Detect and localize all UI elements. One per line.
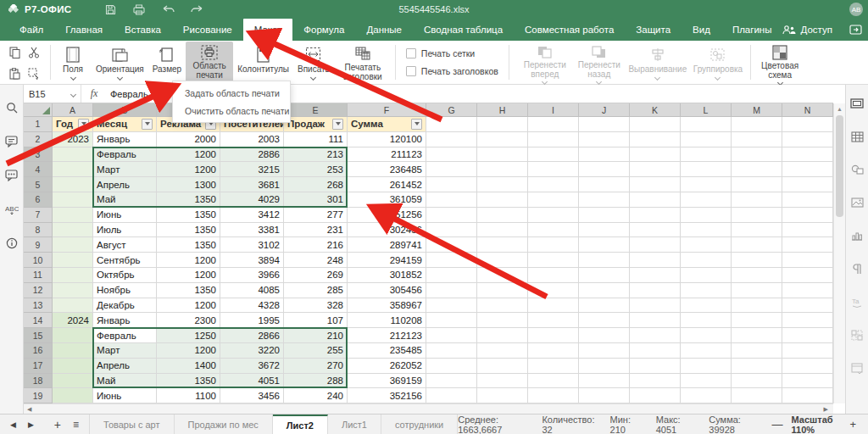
empty-cell[interactable] (579, 313, 630, 328)
empty-cell[interactable] (732, 298, 782, 314)
cut-icon[interactable] (25, 42, 43, 63)
empty-cell[interactable] (681, 328, 732, 343)
cell-C11[interactable]: 1200 (157, 268, 220, 283)
menu-tab-защита[interactable]: Защита (625, 19, 682, 41)
empty-cell[interactable] (782, 237, 833, 253)
empty-cell[interactable] (630, 283, 681, 298)
column-header-N[interactable]: N (782, 103, 833, 117)
row-header-18[interactable]: 18 (24, 374, 53, 389)
empty-cell[interactable] (579, 328, 630, 343)
empty-cell[interactable] (426, 223, 477, 238)
empty-cell[interactable] (630, 162, 681, 177)
open-location-button[interactable] (849, 25, 862, 35)
row-header-15[interactable]: 15 (24, 328, 53, 343)
empty-cell[interactable] (426, 343, 477, 359)
empty-cell[interactable] (630, 117, 681, 132)
empty-cell[interactable] (477, 237, 528, 253)
cell-F9[interactable]: 289741 (348, 237, 426, 253)
row-header-8[interactable]: 8 (24, 223, 53, 238)
empty-cell[interactable] (528, 253, 579, 268)
empty-cell[interactable] (782, 313, 833, 328)
cell-F19[interactable]: 352156 (348, 388, 426, 403)
cell-D13[interactable]: 4328 (220, 298, 284, 314)
empty-cell[interactable] (528, 237, 579, 253)
empty-cell[interactable] (630, 237, 681, 253)
cell-A18[interactable] (53, 374, 93, 389)
cell-E6[interactable]: 301 (284, 192, 348, 208)
empty-cell[interactable] (630, 268, 681, 283)
empty-cell[interactable] (579, 343, 630, 359)
cell-F10[interactable]: 294159 (348, 253, 426, 268)
empty-cell[interactable] (477, 313, 528, 328)
color-scheme-button[interactable]: Цветовая схема (754, 42, 805, 83)
empty-cell[interactable] (782, 208, 833, 223)
cell-A11[interactable] (53, 268, 93, 283)
empty-cell[interactable] (528, 313, 579, 328)
empty-cell[interactable] (630, 388, 681, 403)
empty-cell[interactable] (579, 162, 630, 177)
row-header-5[interactable]: 5 (24, 177, 53, 192)
empty-cell[interactable] (681, 162, 732, 177)
empty-cell[interactable] (477, 117, 528, 132)
cell-E17[interactable]: 270 (284, 359, 348, 374)
cell-F7[interactable]: 351256 (348, 208, 426, 223)
sheet-tab-лист1[interactable]: Лист1 (328, 415, 381, 434)
cell-C19[interactable]: 1100 (157, 388, 220, 403)
paste-icon[interactable] (5, 64, 24, 84)
undo-icon[interactable] (161, 3, 175, 15)
sheet-list-icon[interactable]: ≡ (73, 419, 79, 431)
cell-C4[interactable]: 1200 (157, 162, 220, 177)
text-art-icon[interactable]: Ta (851, 295, 863, 309)
cell-B18[interactable]: Май (93, 374, 157, 389)
formula-input[interactable]: Февраль (107, 89, 148, 99)
cell-A16[interactable] (53, 343, 93, 359)
empty-cell[interactable] (528, 283, 579, 298)
row-header-13[interactable]: 13 (24, 298, 53, 314)
empty-cell[interactable] (630, 343, 681, 359)
cell-D4[interactable]: 3215 (220, 162, 284, 177)
empty-cell[interactable] (477, 328, 528, 343)
empty-cell[interactable] (477, 208, 528, 223)
cell-D14[interactable]: 1995 (220, 313, 284, 328)
empty-cell[interactable] (579, 283, 630, 298)
cell-C16[interactable]: 1200 (157, 343, 220, 359)
empty-cell[interactable] (681, 147, 732, 163)
cell-D3[interactable]: 2886 (220, 147, 284, 163)
paragraph-settings-icon[interactable] (853, 262, 862, 275)
comment-icon[interactable] (5, 134, 18, 149)
empty-cell[interactable] (579, 208, 630, 223)
empty-cell[interactable] (681, 359, 732, 374)
row-header-17[interactable]: 17 (24, 359, 53, 374)
empty-cell[interactable] (528, 298, 579, 314)
empty-cell[interactable] (630, 147, 681, 163)
print-gridlines-checkbox[interactable]: Печать сетки (406, 48, 498, 58)
empty-cell[interactable] (579, 237, 630, 253)
empty-cell[interactable] (630, 192, 681, 208)
row-header-19[interactable]: 19 (24, 388, 53, 403)
row-header-12[interactable]: 12 (24, 283, 53, 298)
row-header-10[interactable]: 10 (24, 253, 53, 268)
print-icon[interactable] (132, 3, 146, 15)
spellcheck-icon[interactable]: ABC (5, 202, 19, 217)
cell-D17[interactable]: 3672 (220, 359, 284, 374)
empty-cell[interactable] (681, 177, 732, 192)
empty-cell[interactable] (426, 147, 477, 163)
row-header-7[interactable]: 7 (24, 208, 53, 223)
row-header-16[interactable]: 16 (24, 343, 53, 359)
empty-cell[interactable] (477, 162, 528, 177)
cell-E4[interactable]: 253 (284, 162, 348, 177)
empty-cell[interactable] (732, 374, 782, 389)
cell-C13[interactable]: 1200 (157, 298, 220, 314)
cell-C7[interactable]: 1350 (157, 208, 220, 223)
row-header-4[interactable]: 4 (24, 162, 53, 177)
empty-cell[interactable] (732, 268, 782, 283)
cell-B10[interactable]: Сентябрь (93, 253, 157, 268)
cell-F13[interactable]: 358967 (348, 298, 426, 314)
cell-F17[interactable]: 262052 (348, 359, 426, 374)
cell-A4[interactable] (53, 162, 93, 177)
empty-cell[interactable] (782, 162, 833, 177)
empty-cell[interactable] (579, 268, 630, 283)
cell-A19[interactable] (53, 388, 93, 403)
empty-cell[interactable] (477, 283, 528, 298)
empty-cell[interactable] (630, 313, 681, 328)
